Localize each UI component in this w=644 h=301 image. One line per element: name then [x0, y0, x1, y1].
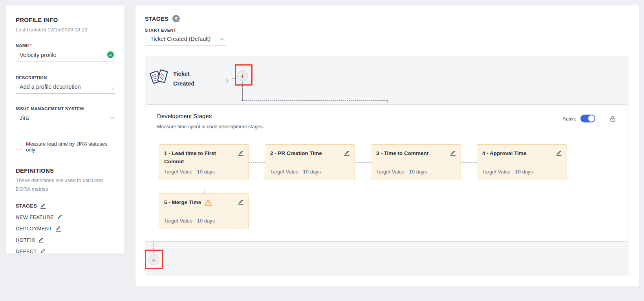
definitions-subtitle: These definitions are used to calculate … [16, 176, 115, 193]
start-event-select[interactable]: Ticket Created (Default) [145, 36, 226, 46]
panel-controls: Active [563, 115, 616, 122]
definitions-list: STAGES NEW FEATURE DEPLOYMENT HOTFIX DEF… [16, 203, 115, 254]
lead-time-checkbox[interactable] [16, 144, 22, 150]
start-event-label: START EVENT [145, 28, 629, 33]
connector-line [242, 82, 243, 100]
lead-time-checkbox-row: Measure lead time by JIRA statuses only [16, 141, 115, 153]
profile-info-title: PROFILE INFO [16, 16, 115, 23]
stage-title: 2 - PR Creation Time [270, 149, 322, 157]
definition-deployment: DEPLOYMENT [16, 226, 115, 232]
connector-line [205, 189, 205, 193]
stages-count-badge: 5 [172, 15, 180, 22]
active-label: Active [563, 116, 576, 122]
stages-heading: STAGES 5 [145, 15, 629, 22]
ticket-icon [150, 67, 168, 89]
edit-icon[interactable] [238, 199, 243, 205]
stage-target-value: Target Value - 10 days [482, 169, 562, 175]
definition-stages: STAGES [16, 203, 115, 209]
stage-target-value: Target Value - 10 days [164, 218, 243, 224]
stage-card-1[interactable]: 1 - Lead time to First Commit Target Val… [159, 144, 249, 180]
development-stages-panel: Development Stages Measure time spent in… [145, 104, 628, 242]
stage-title: 5 - Merge Time [164, 198, 201, 206]
stage-card-4[interactable]: 4 - Approval Time Target Value - 10 days [477, 144, 567, 180]
edit-icon[interactable] [57, 214, 62, 220]
last-updated-label: Last Updated [16, 27, 46, 33]
add-stage-button-bottom[interactable]: + [148, 254, 159, 265]
ims-label: ISSUE MANAGEMENT SYSTEM [16, 106, 115, 111]
stages-heading-label: STAGES [145, 16, 168, 22]
profile-info-panel: PROFILE INFO Last Updated 12/15/2023 13:… [6, 5, 124, 254]
connector-line [205, 189, 522, 189]
ticket-created-node: Ticket Created [173, 69, 194, 89]
connector-line [154, 242, 154, 255]
name-label: NAME* [16, 43, 115, 48]
valid-check-icon [107, 51, 114, 58]
lock-icon[interactable] [609, 115, 616, 122]
stages-canvas: Ticket Created + Development Stages Meas… [145, 56, 629, 276]
edit-icon[interactable] [38, 237, 44, 243]
description-label: DESCRIPTION [16, 75, 115, 80]
stage-card-2[interactable]: 2 - PR Creation Time Target Value - 10 d… [265, 144, 355, 180]
arrow-head-icon [225, 79, 229, 83]
stages-panel: STAGES 5 START EVENT Ticket Created (Def… [135, 5, 639, 286]
chevron-down-icon [110, 115, 114, 119]
stage-title: 1 - Lead time to First Commit [164, 149, 228, 166]
toggle-knob [588, 115, 595, 122]
connector-line [522, 180, 522, 189]
connector-line [242, 100, 388, 101]
description-input[interactable]: Add a profile description [16, 84, 115, 94]
edit-icon[interactable] [556, 150, 562, 156]
development-stages-subtitle: Measure time spent in code development s… [157, 124, 264, 130]
edit-icon[interactable] [40, 203, 46, 209]
description-placeholder: Add a profile description [20, 84, 81, 90]
warning-icon [204, 199, 212, 206]
connector-line [355, 162, 371, 162]
name-input-value: Velocity profile [20, 52, 57, 58]
stage-card-5[interactable]: 5 - Merge Time Target Value - 10 days [159, 193, 249, 229]
last-updated: Last Updated 12/15/2023 13:12 [16, 26, 115, 34]
ims-select[interactable]: Jira [16, 115, 115, 125]
connector-line [249, 162, 265, 162]
connector-line [461, 162, 477, 162]
definition-defect: DEFECT [16, 248, 115, 254]
edit-icon[interactable] [450, 150, 456, 156]
definition-new-feature: NEW FEATURE [16, 214, 115, 220]
stage-target-value: Target Value - 10 days [376, 169, 456, 175]
chevron-down-icon [220, 36, 224, 40]
connector-arrow [198, 81, 227, 81]
stage-target-value: Target Value - 10 days [270, 169, 349, 175]
ims-select-value: Jira [20, 115, 29, 121]
connector-line [232, 78, 238, 78]
name-input[interactable]: Velocity profile [16, 51, 115, 62]
definitions-title: DEFINITIONS [16, 167, 115, 174]
edit-icon[interactable] [238, 150, 243, 156]
last-updated-value: 12/15/2023 13:12 [48, 27, 87, 33]
definition-hotfix: HOTFIX [16, 237, 115, 243]
development-stages-title: Development Stages [157, 113, 212, 119]
edit-icon[interactable] [56, 226, 61, 232]
active-toggle[interactable] [580, 115, 595, 122]
edit-icon[interactable] [40, 248, 46, 254]
start-event-select-value: Ticket Created (Default) [150, 36, 210, 42]
stage-title: 4 - Approval Time [482, 149, 527, 157]
lead-time-checkbox-label: Measure lead time by JIRA statuses only [26, 141, 115, 153]
edit-icon[interactable] [344, 150, 349, 156]
stage-title: 3 - Time to Comment [376, 149, 428, 157]
stage-target-value: Target Value - 10 days [164, 169, 243, 175]
required-asterisk: * [30, 43, 32, 48]
add-stage-button[interactable]: + [237, 70, 248, 81]
resize-grip-icon[interactable] [111, 87, 114, 90]
stage-card-3[interactable]: 3 - Time to Comment Target Value - 10 da… [371, 144, 461, 180]
